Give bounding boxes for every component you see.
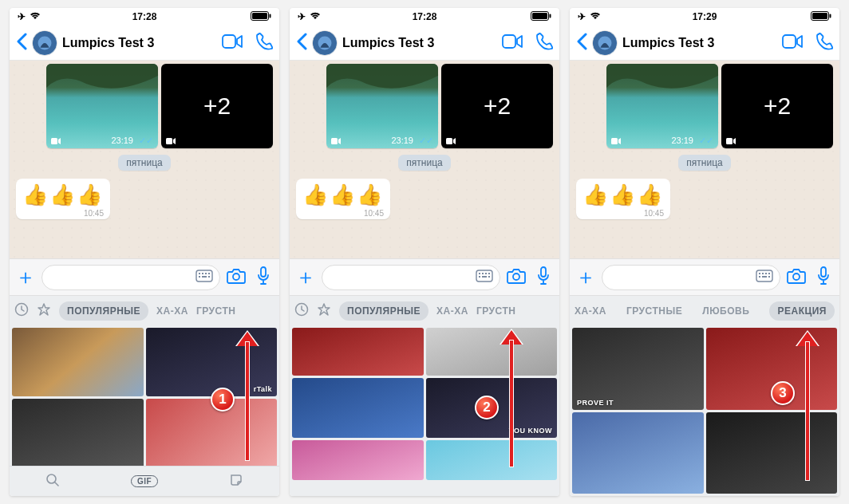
- category-tab[interactable]: ХА-ХА: [156, 305, 188, 317]
- chat-body[interactable]: 23:19 ✓✓ +2 пятница 👍👍👍 10:45: [290, 61, 559, 258]
- camera-button[interactable]: [225, 268, 247, 287]
- chat-body[interactable]: 23:19 ✓✓ +2 пятница 👍👍👍 10:45: [10, 61, 279, 258]
- back-button[interactable]: [576, 33, 587, 53]
- battery-icon: [531, 11, 551, 23]
- video-indicator-icon: [51, 136, 61, 146]
- back-button[interactable]: [16, 33, 27, 53]
- gif-item[interactable]: rTalk: [146, 328, 278, 396]
- video-indicator-icon: [726, 136, 736, 146]
- gif-item[interactable]: [12, 328, 144, 396]
- chat-title[interactable]: Lumpics Test 3: [622, 36, 769, 50]
- attach-button[interactable]: ＋: [575, 263, 597, 291]
- svg-rect-53: [762, 276, 767, 278]
- incoming-message[interactable]: 👍👍👍 10:45: [296, 179, 390, 219]
- media-thumb-extra[interactable]: +2: [441, 64, 553, 148]
- media-thumb-extra[interactable]: +2: [161, 64, 273, 148]
- gif-item[interactable]: PROVE IT: [572, 328, 704, 410]
- mic-button[interactable]: [812, 266, 835, 289]
- gif-grid[interactable]: YOU KNOW 2: [290, 325, 559, 496]
- category-tab[interactable]: ПОПУЛЯРНЫЕ: [59, 301, 148, 321]
- gif-caption: YOU KNOW: [509, 427, 553, 435]
- attach-button[interactable]: ＋: [294, 263, 317, 291]
- mic-button[interactable]: [532, 266, 555, 289]
- sticker-search-icon[interactable]: [45, 473, 60, 490]
- media-thumb-extra[interactable]: +2: [721, 64, 833, 148]
- chat-title[interactable]: Lumpics Test 3: [62, 36, 209, 50]
- media-message[interactable]: 23:19 ✓✓ +2: [16, 64, 273, 148]
- mic-button[interactable]: [252, 266, 274, 289]
- category-tab[interactable]: РЕАКЦИЯ: [769, 301, 835, 321]
- gif-item[interactable]: [426, 440, 558, 480]
- camera-button[interactable]: [505, 268, 527, 287]
- gif-item[interactable]: [706, 412, 838, 494]
- media-message[interactable]: 23:19 ✓✓ +2: [576, 64, 833, 148]
- svg-rect-40: [830, 14, 831, 18]
- video-call-button[interactable]: [222, 34, 243, 52]
- category-tab[interactable]: ГРУСТНЫЕ: [626, 305, 682, 317]
- gif-item[interactable]: [292, 440, 424, 480]
- category-tab[interactable]: ХА-ХА: [436, 305, 468, 317]
- media-thumb-video[interactable]: 23:19 ✓✓: [326, 64, 438, 148]
- video-call-button[interactable]: [782, 34, 803, 52]
- keyboard-toggle-icon[interactable]: [476, 270, 493, 285]
- media-thumb-video[interactable]: 23:19 ✓✓: [606, 64, 718, 148]
- gif-item[interactable]: [426, 328, 558, 376]
- svg-rect-49: [762, 273, 764, 274]
- category-tab[interactable]: ГРУСТН: [476, 305, 515, 317]
- airplane-mode-icon: ✈: [298, 11, 306, 22]
- gif-item[interactable]: [292, 378, 424, 438]
- recent-icon[interactable]: [14, 302, 29, 320]
- media-message[interactable]: 23:19 ✓✓ +2: [296, 64, 553, 148]
- back-button[interactable]: [296, 33, 307, 53]
- favorites-icon[interactable]: [317, 302, 331, 320]
- voice-call-button[interactable]: [815, 33, 833, 53]
- incoming-message[interactable]: 👍👍👍 10:45: [576, 179, 670, 219]
- chat-body[interactable]: 23:19 ✓✓ +2 пятница 👍👍👍 10:45: [570, 61, 839, 258]
- gif-item[interactable]: [572, 412, 704, 494]
- svg-rect-10: [202, 273, 203, 274]
- gif-item[interactable]: [146, 399, 278, 466]
- avatar[interactable]: [312, 30, 338, 56]
- svg-rect-7: [166, 138, 172, 144]
- category-tab[interactable]: ЛЮБОВЬ: [702, 305, 749, 317]
- sticker-tab-icon[interactable]: [229, 473, 243, 490]
- voice-call-button[interactable]: [255, 33, 273, 53]
- keyboard-toggle-icon[interactable]: [756, 270, 773, 285]
- chat-header: Lumpics Test 3: [570, 26, 839, 61]
- gif-tab[interactable]: GIF: [131, 475, 158, 487]
- gif-item[interactable]: [292, 328, 424, 376]
- camera-button[interactable]: [785, 268, 808, 287]
- category-tab[interactable]: ХА-ХА: [575, 305, 606, 317]
- input-bar: ＋: [290, 258, 559, 295]
- keyboard-toggle-icon[interactable]: [195, 270, 213, 285]
- category-tab[interactable]: ГРУСТН: [196, 305, 235, 317]
- favorites-icon[interactable]: [37, 302, 51, 320]
- incoming-message[interactable]: 👍👍👍 10:45: [16, 179, 110, 219]
- svg-rect-54: [768, 276, 770, 278]
- media-thumb-video[interactable]: 23:19 ✓✓: [46, 64, 158, 148]
- voice-call-button[interactable]: [535, 33, 553, 53]
- media-time: 23:19: [111, 136, 133, 145]
- avatar[interactable]: [32, 30, 57, 56]
- svg-rect-45: [611, 138, 618, 144]
- message-input[interactable]: [41, 265, 220, 290]
- gif-item[interactable]: YOU KNOW: [426, 378, 558, 438]
- gif-item[interactable]: [12, 399, 144, 466]
- message-input[interactable]: [602, 265, 780, 290]
- chat-title[interactable]: Lumpics Test 3: [342, 36, 489, 50]
- svg-rect-41: [812, 13, 827, 19]
- gif-grid[interactable]: PROVE IT 3: [570, 325, 839, 496]
- status-bar: ✈ 17:28: [290, 8, 559, 26]
- gif-category-bar: ХА-ХА ГРУСТНЫЕ ЛЮБОВЬ РЕАКЦИЯ: [570, 295, 839, 325]
- message-input[interactable]: [322, 265, 500, 290]
- attach-button[interactable]: ＋: [14, 263, 37, 291]
- avatar[interactable]: [592, 30, 618, 56]
- recent-icon[interactable]: [294, 302, 309, 320]
- battery-icon: [811, 11, 831, 23]
- gif-item[interactable]: [706, 328, 838, 410]
- svg-rect-51: [768, 273, 770, 274]
- svg-rect-50: [765, 273, 767, 274]
- video-call-button[interactable]: [502, 34, 523, 52]
- category-tab[interactable]: ПОПУЛЯРНЫЕ: [339, 301, 428, 321]
- gif-grid[interactable]: rTalk 1: [10, 325, 279, 466]
